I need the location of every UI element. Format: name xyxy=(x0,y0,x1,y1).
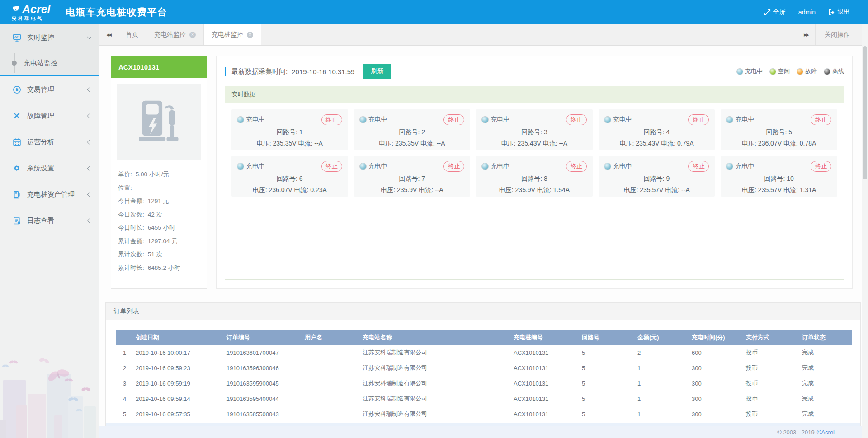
legend-charging: 充电中 xyxy=(737,67,763,75)
sidebar-item-station-monitor[interactable]: 充电站监控 xyxy=(0,51,99,75)
terminate-button[interactable]: 终止 xyxy=(443,161,464,172)
fault-status-icon xyxy=(797,69,803,75)
stat-label: 今日时长: xyxy=(118,221,144,235)
circuit-number: 回路号: 7 xyxy=(360,175,465,183)
stat-label: 今日金额: xyxy=(118,194,144,208)
stat-row: 单价:5.00 小时/元 xyxy=(118,168,200,181)
operation-analysis-icon xyxy=(12,137,21,146)
fault-icon xyxy=(12,111,21,120)
sidebar-item-label: 运营分析 xyxy=(27,138,54,146)
tab-0[interactable]: 首页 xyxy=(118,24,146,45)
stat-row: 今日金额:1291 元 xyxy=(118,194,200,208)
circuit-status-label: 充电中 xyxy=(613,116,632,124)
stat-label: 今日次数: xyxy=(118,208,144,221)
chevron-left-icon xyxy=(87,218,92,223)
tab-label: 充电桩监控 xyxy=(212,31,243,39)
chevron-left-icon xyxy=(87,166,92,170)
collect-time-value: 2019-10-16 10:31:59 xyxy=(292,68,354,75)
transaction-icon: ¥ xyxy=(12,85,21,94)
circuit-metrics: 电压: 235.57V 电流: --A xyxy=(604,186,709,194)
terminate-button[interactable]: 终止 xyxy=(321,161,342,172)
circuit-card-top: 充电中终止 xyxy=(482,114,587,125)
table-row: 22019-10-16 09:59:231910163596300046江苏安科… xyxy=(116,360,852,376)
stat-row: 累计金额:1297.04 元 xyxy=(118,235,200,248)
close-operations-button[interactable]: 关闭操作 xyxy=(815,24,862,45)
logo-subtitle: 安科瑞电气 xyxy=(12,16,51,21)
circuit-status-label: 充电中 xyxy=(246,116,265,124)
sidebar-item-analysis[interactable]: 运营分析 xyxy=(0,129,99,155)
circuit-card-top: 充电中终止 xyxy=(237,161,342,172)
circuit-card: 充电中终止回路号: 6电压: 236.07V 电流: 0.23A xyxy=(231,156,348,197)
table-cell xyxy=(302,345,360,360)
circuit-metrics: 电压: 235.35V 电流: --A xyxy=(237,140,342,148)
terminate-button[interactable]: 终止 xyxy=(443,114,464,125)
tab-close-icon[interactable]: × xyxy=(189,32,196,38)
submenu-dot-icon xyxy=(12,61,17,66)
user-menu[interactable]: admin xyxy=(798,9,816,16)
tab-2[interactable]: 充电桩监控× xyxy=(204,24,261,45)
accent-bar xyxy=(225,67,226,76)
logo-text: Acrel xyxy=(22,4,51,15)
tab-bar: ◀◀ 首页充电站监控×充电桩监控× ▶▶ 关闭操作 xyxy=(99,24,868,46)
terminate-button[interactable]: 终止 xyxy=(811,161,831,172)
circuit-card-top: 充电中终止 xyxy=(482,161,587,172)
legend-fault: 故障 xyxy=(797,67,817,75)
stat-row: 今日时长:6455 小时 xyxy=(118,221,200,235)
table-cell: 1 xyxy=(116,345,133,360)
sidebar-item-settings[interactable]: 系统设置 xyxy=(0,155,99,181)
charging-status-icon xyxy=(482,117,488,123)
tabs-scroll-left-button[interactable]: ◀◀ xyxy=(99,24,118,45)
terminate-button[interactable]: 终止 xyxy=(566,114,587,125)
terminate-button[interactable]: 终止 xyxy=(811,114,831,125)
table-cell: 完成 xyxy=(799,406,852,422)
circuit-metrics: 电压: 235.43V 电流: 0.79A xyxy=(604,140,709,148)
table-cell: 投币 xyxy=(743,360,799,376)
terminate-button[interactable]: 终止 xyxy=(321,114,342,125)
charging-status-icon xyxy=(604,163,611,170)
sidebar-item-transaction[interactable]: ¥ 交易管理 xyxy=(0,76,99,103)
table-header-row: 创建日期 订单编号 用户名 充电站名称 充电桩编号 回路号 金额(元) 充电时间… xyxy=(116,330,852,345)
sidebar-item-realtime-monitor[interactable]: 实时监控 xyxy=(0,24,99,51)
circuit-status-label: 充电中 xyxy=(246,162,265,170)
tabs-scroll-right-button[interactable]: ▶▶ xyxy=(797,24,815,45)
brand-link[interactable]: ©Acrel xyxy=(817,429,835,436)
station-icon-box xyxy=(117,84,201,160)
circuit-status-label: 充电中 xyxy=(368,116,387,124)
table-cell: 5 xyxy=(579,345,635,360)
table-cell: 5 xyxy=(579,406,635,422)
terminate-button[interactable]: 终止 xyxy=(566,161,587,172)
terminate-button[interactable]: 终止 xyxy=(688,161,709,172)
legend-offline: 离线 xyxy=(824,67,844,75)
sidebar-item-fault[interactable]: 故障管理 xyxy=(0,103,99,129)
table-cell: 投币 xyxy=(743,376,799,391)
tab-1[interactable]: 充电站监控× xyxy=(146,24,204,45)
status-legend: 充电中 空闲 故障 离线 xyxy=(737,67,844,75)
acrel-logo-icon xyxy=(12,5,21,14)
table-cell xyxy=(302,406,360,422)
circuit-card: 充电中终止回路号: 3电压: 235.43V 电流: --A xyxy=(476,109,593,150)
sidebar-item-pile-assets[interactable]: 充电桩资产管理 xyxy=(0,181,99,207)
table-cell: 300 xyxy=(689,391,743,406)
circuit-number: 回路号: 6 xyxy=(237,175,342,183)
refresh-button[interactable]: 刷新 xyxy=(363,64,391,79)
charging-status-icon xyxy=(482,163,488,170)
logout-button[interactable]: 退出 xyxy=(828,8,850,16)
circuit-card-top: 充电中终止 xyxy=(726,114,831,125)
acrel-logo: Acrel 安科瑞电气 xyxy=(12,4,51,21)
fullscreen-button[interactable]: 全屏 xyxy=(764,8,786,16)
tab-close-icon[interactable]: × xyxy=(247,32,253,38)
table-cell: 投币 xyxy=(743,391,799,406)
page-scrollbar[interactable] xyxy=(862,24,868,438)
stat-label: 位置: xyxy=(118,181,132,195)
stat-row: 今日次数:42 次 xyxy=(118,208,200,221)
terminate-button[interactable]: 终止 xyxy=(688,114,709,125)
stat-value: 5.00 小时/元 xyxy=(136,168,169,181)
sidebar-item-logs[interactable]: 日志查看 xyxy=(0,207,99,234)
table-cell: 1910163595400044 xyxy=(224,391,302,406)
monitor-panel: 最新数据采集时间: 2019-10-16 10:31:59 刷新 充电中 空闲 … xyxy=(216,56,853,289)
table-cell: 江苏安科瑞制造有限公司 xyxy=(360,376,511,391)
realtime-data-panel: 实时数据 充电中终止回路号: 1电压: 235.35V 电流: --A充电中终止… xyxy=(225,86,844,280)
table-cell xyxy=(302,376,360,391)
scrollbar-thumb[interactable] xyxy=(863,46,867,179)
tab-label: 充电站监控 xyxy=(154,31,186,39)
